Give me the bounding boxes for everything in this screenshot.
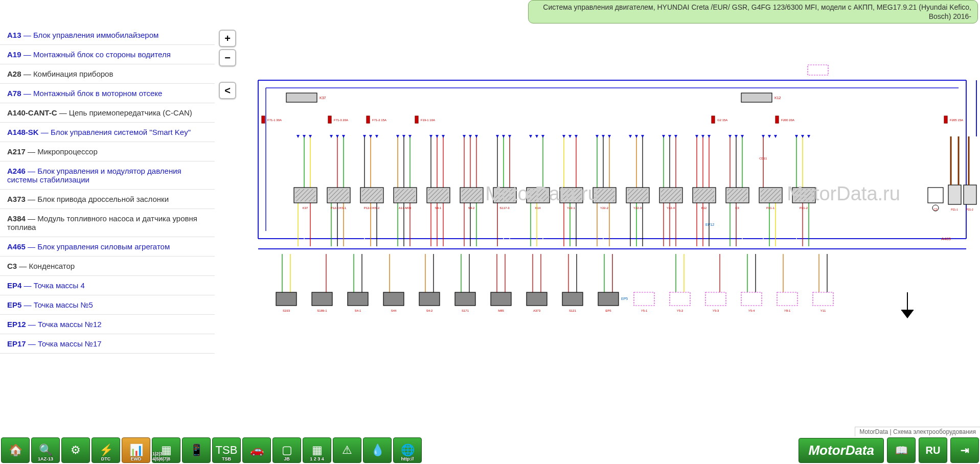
svg-marker-148 [629, 135, 632, 138]
page-title: Система управления двигателем, HYUNDAI C… [528, 0, 978, 24]
component-code: A217 [7, 147, 26, 156]
svg-rect-48 [329, 189, 349, 201]
svg-rect-204 [761, 189, 781, 201]
toolbar-fluid-button[interactable]: 💧 [363, 437, 392, 463]
svg-text:EP5: EP5 [621, 297, 628, 300]
toolbar-relay-button[interactable]: ▦1 2 3 4 [303, 437, 331, 463]
svg-text:Y22-3: Y22-3 [633, 206, 642, 210]
language-button[interactable]: RU [919, 437, 947, 463]
svg-text:P21-2: P21-2 [966, 208, 973, 211]
zoom-out-button[interactable]: − [219, 49, 236, 66]
component-desc: Блок управления силовым агрегатом [37, 242, 170, 251]
sidebar-item-EP5[interactable]: EP5 — Точка массы №5 [0, 295, 215, 315]
component-list[interactable]: A13 — Блок управления иммобилайзеромA19 … [0, 26, 215, 436]
toolbar-http-button[interactable]: 🌐http:// [393, 437, 422, 463]
svg-marker-160 [662, 135, 665, 138]
component-desc: Блок управления системой "Smart Key" [51, 128, 191, 136]
svg-marker-139 [602, 135, 605, 138]
sidebar-item-A373[interactable]: A373 — Блок привода дроссельной заслонки [0, 190, 215, 209]
svg-text:S44: S44 [391, 309, 397, 312]
toolbar-ewd-button[interactable]: 📊EWD [122, 437, 150, 463]
toolbar-pinout-button[interactable]: ▦1|2|3 4|5|6|7|8 [152, 437, 180, 463]
svg-marker-43 [336, 135, 339, 138]
component-desc: Монтажный блок со стороны водителя [33, 50, 171, 59]
svg-marker-79 [436, 135, 439, 138]
sidebar-item-A78[interactable]: A78 — Монтажный блок в моторном отсеке [0, 84, 215, 103]
svg-marker-70 [408, 135, 412, 138]
sidebar-item-A13[interactable]: A13 — Блок управления иммобилайзером [0, 26, 215, 45]
sidebar-item-A217[interactable]: A217 — Микропроцессор [0, 142, 215, 161]
sidebar-item-A465[interactable]: A465 — Блок управления силовым агрегатом [0, 237, 215, 257]
svg-marker-118 [541, 135, 544, 138]
http-icon: 🌐 [401, 444, 415, 457]
component-code: C3 [7, 262, 17, 270]
svg-rect-265 [670, 292, 690, 306]
toolbar-jb-button[interactable]: ▢JB [272, 437, 301, 463]
svg-marker-112 [529, 135, 532, 138]
svg-rect-298 [964, 185, 976, 204]
diagram-svg[interactable]: A465K37K12F71-1 30AF71-3 20AF71-2 15AF19… [215, 26, 980, 436]
sidebar-item-A140-CANT-C[interactable]: A140-CANT-C — Цепь приемопередатчика (C-… [0, 103, 215, 123]
svg-text:Y5-4: Y5-4 [748, 309, 755, 312]
sidebar-item-A19[interactable]: A19 — Монтажный блок со стороны водителя [0, 45, 215, 64]
component-code: A78 [7, 89, 21, 98]
sidebar-item-EP17[interactable]: EP17 — Точка массы №17 [0, 334, 215, 354]
svg-marker-142 [608, 135, 611, 138]
svg-marker-115 [535, 135, 538, 138]
svg-rect-168 [661, 189, 681, 201]
sidebar-item-A28[interactable]: A28 — Комбинация приборов [0, 64, 215, 84]
svg-rect-20 [712, 116, 715, 123]
toolbar-location-button[interactable]: 🚗 [242, 437, 271, 463]
svg-rect-22 [776, 116, 779, 123]
engine-icon: ⚙ [71, 444, 81, 457]
toolbar-engine-button[interactable]: ⚙ [61, 437, 90, 463]
svg-marker-211 [801, 135, 804, 138]
svg-marker-67 [402, 135, 405, 138]
svg-text:G2 15A: G2 15A [717, 119, 727, 122]
toolbar-obd-button[interactable]: 📱 [182, 437, 211, 463]
svg-rect-249 [527, 292, 547, 306]
toolbar-tsb-button[interactable]: TSBTSB [212, 437, 241, 463]
svg-text:Y5-3: Y5-3 [713, 309, 719, 312]
sidebar-item-EP12[interactable]: EP12 — Точка массы №12 [0, 315, 215, 334]
svg-text:Y22-1: Y22-1 [567, 206, 576, 210]
svg-text:EP5: EP5 [605, 309, 611, 312]
toolbar-warning-button[interactable]: ⚠ [333, 437, 361, 463]
sidebar-item-A246[interactable]: A246 — Блок управления и модулятор давле… [0, 161, 215, 190]
exit-button[interactable]: ⇥ [950, 437, 979, 463]
svg-text:Y11: Y11 [821, 309, 826, 312]
svg-rect-261 [634, 292, 654, 306]
svg-text:MotorData.ru: MotorData.ru [485, 183, 599, 204]
sidebar-item-C3[interactable]: C3 — Конденсатор [0, 257, 215, 276]
svg-text:P21-1: P21-1 [951, 208, 958, 211]
zoom-in-button[interactable]: + [219, 30, 236, 47]
component-desc: Точка массы №12 [38, 320, 102, 329]
sidebar-item-A148-SK[interactable]: A148-SK — Блок управления системой "Smar… [0, 123, 215, 142]
svg-marker-31 [303, 135, 306, 138]
toolbar-search-button[interactable]: 🔍1AZ-13 [31, 437, 60, 463]
sidebar-item-A384[interactable]: A384 — Модуль топливного насоса и датчик… [0, 209, 215, 237]
svg-marker-287 [901, 310, 914, 318]
svg-marker-178 [708, 135, 711, 138]
back-button[interactable]: < [219, 82, 236, 99]
svg-marker-34 [309, 135, 312, 138]
svg-text:MotorData.ru: MotorData.ru [787, 183, 900, 204]
svg-text:P12-OXS-1: P12-OXS-1 [331, 206, 347, 210]
toolbar-dtc-button[interactable]: ⚡DTC [92, 437, 120, 463]
search-icon: 🔍 [39, 444, 53, 457]
svg-text:F19-1 10A: F19-1 10A [421, 119, 435, 122]
component-desc: Комбинация приборов [33, 69, 113, 78]
component-code: A246 [7, 167, 26, 175]
svg-rect-7 [808, 65, 828, 75]
manual-button[interactable]: 📖 [887, 437, 916, 463]
component-desc: Цепь приемопередатчика (C-CAN) [69, 108, 192, 117]
svg-rect-24 [944, 116, 947, 123]
svg-text:K12: K12 [701, 206, 707, 210]
svg-text:C3: C3 [735, 206, 739, 210]
svg-rect-72 [395, 189, 415, 201]
svg-rect-229 [348, 292, 368, 306]
wiring-diagram[interactable]: + − < A465K37K12F71-1 30AF71-3 20AF71-2 … [215, 26, 980, 436]
sidebar-item-EP4[interactable]: EP4 — Точка массы 4 [0, 276, 215, 295]
svg-marker-214 [807, 135, 810, 138]
toolbar-home-button[interactable]: 🏠 [1, 437, 30, 463]
